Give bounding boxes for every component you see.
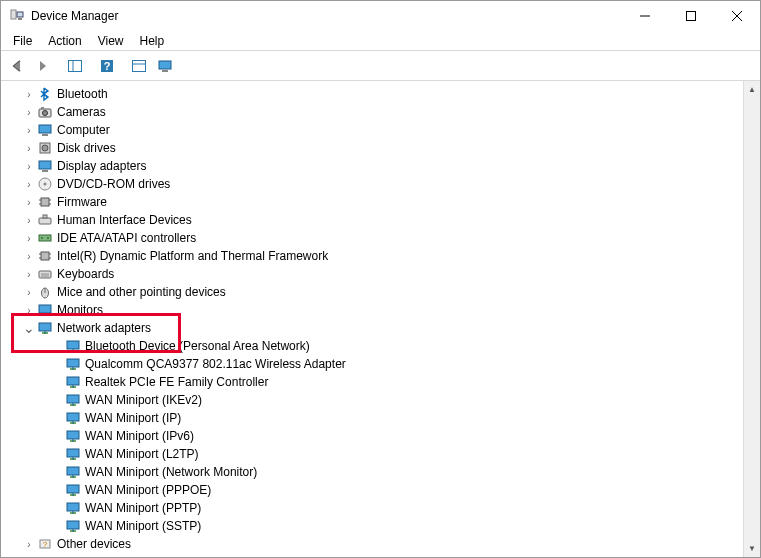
- ide-icon: [37, 230, 53, 246]
- device-label: WAN Miniport (IKEv2): [85, 393, 208, 407]
- tree-device[interactable]: WAN Miniport (PPTP): [1, 499, 743, 517]
- scrollbar-vertical[interactable]: ▲ ▼: [743, 81, 760, 557]
- expander-none: [49, 428, 65, 444]
- tree-category-intel[interactable]: ›Intel(R) Dynamic Platform and Thermal F…: [1, 247, 743, 265]
- back-button[interactable]: [5, 54, 29, 78]
- chevron-right-icon[interactable]: ›: [21, 122, 37, 138]
- chevron-right-icon[interactable]: ›: [21, 158, 37, 174]
- category-label: Monitors: [57, 303, 109, 317]
- chevron-right-icon[interactable]: ›: [21, 248, 37, 264]
- chevron-right-icon[interactable]: ›: [21, 104, 37, 120]
- svg-rect-32: [43, 215, 47, 218]
- scan-hardware-button[interactable]: [127, 54, 151, 78]
- chevron-right-icon[interactable]: ›: [21, 266, 37, 282]
- chevron-right-icon[interactable]: ›: [21, 212, 37, 228]
- category-label: Intel(R) Dynamic Platform and Thermal Fr…: [57, 249, 334, 263]
- tree-device[interactable]: WAN Miniport (IPv6): [1, 427, 743, 445]
- svg-rect-11: [133, 60, 146, 71]
- window-title: Device Manager: [31, 9, 118, 23]
- bluetooth-icon: [37, 86, 53, 102]
- tree-category-hid[interactable]: ›Human Interface Devices: [1, 211, 743, 229]
- tree-device[interactable]: WAN Miniport (L2TP): [1, 445, 743, 463]
- tree-category-computer[interactable]: ›Computer: [1, 121, 743, 139]
- chevron-right-icon[interactable]: ›: [21, 140, 37, 156]
- menu-action[interactable]: Action: [40, 32, 89, 50]
- device-label: Qualcomm QCA9377 802.11ac Wireless Adapt…: [85, 357, 352, 371]
- menu-help[interactable]: Help: [132, 32, 173, 50]
- tree-device[interactable]: WAN Miniport (IP): [1, 409, 743, 427]
- chip-icon: [37, 248, 53, 264]
- monitor-blue-icon: [37, 122, 53, 138]
- expander-none: [49, 518, 65, 534]
- menu-view[interactable]: View: [90, 32, 132, 50]
- show-hide-tree-button[interactable]: [63, 54, 87, 78]
- category-label: Keyboards: [57, 267, 120, 281]
- keyboard-icon: [37, 266, 53, 282]
- toolbar: ?: [1, 51, 760, 81]
- close-button[interactable]: [714, 1, 760, 31]
- network-adapter-icon: [65, 446, 81, 462]
- tree-category-network[interactable]: ⌄Network adapters: [1, 319, 743, 337]
- tree-device[interactable]: WAN Miniport (PPPOE): [1, 481, 743, 499]
- tree-category-ide[interactable]: ›IDE ATA/ATAPI controllers: [1, 229, 743, 247]
- expander-none: [49, 464, 65, 480]
- svg-rect-31: [39, 218, 51, 224]
- svg-rect-47: [42, 314, 48, 316]
- chevron-down-icon[interactable]: ⌄: [21, 320, 37, 336]
- svg-rect-23: [42, 170, 48, 172]
- network-adapter-icon: [65, 374, 81, 390]
- chevron-right-icon[interactable]: ›: [21, 536, 37, 552]
- tree-device[interactable]: WAN Miniport (Network Monitor): [1, 463, 743, 481]
- device-tree[interactable]: ›Bluetooth›Cameras›Computer›Disk drives›…: [1, 81, 743, 557]
- maximize-button[interactable]: [668, 1, 714, 31]
- tree-device[interactable]: Bluetooth Device (Personal Area Network): [1, 337, 743, 355]
- category-label: Firmware: [57, 195, 113, 209]
- chevron-right-icon[interactable]: ›: [21, 176, 37, 192]
- tree-category-keyboards[interactable]: ›Keyboards: [1, 265, 743, 283]
- device-label: WAN Miniport (IP): [85, 411, 187, 425]
- tree-category-bluetooth[interactable]: ›Bluetooth: [1, 85, 743, 103]
- chevron-right-icon[interactable]: ›: [21, 302, 37, 318]
- category-label: Mice and other pointing devices: [57, 285, 232, 299]
- tree-device[interactable]: Realtek PCIe FE Family Controller: [1, 373, 743, 391]
- camera-icon: [37, 104, 53, 120]
- tree-device[interactable]: WAN Miniport (SSTP): [1, 517, 743, 535]
- svg-rect-46: [39, 305, 51, 313]
- tree-category-disk[interactable]: ›Disk drives: [1, 139, 743, 157]
- forward-button[interactable]: [31, 54, 55, 78]
- tree-category-monitors[interactable]: ›Monitors: [1, 301, 743, 319]
- tree-category-other[interactable]: ›?Other devices: [1, 535, 743, 553]
- expander-none: [49, 356, 65, 372]
- tree-category-firmware[interactable]: ›Firmware: [1, 193, 743, 211]
- svg-rect-57: [67, 377, 79, 385]
- scroll-up-icon[interactable]: ▲: [744, 81, 760, 98]
- category-label: Network adapters: [57, 321, 157, 335]
- chevron-right-icon[interactable]: ›: [21, 194, 37, 210]
- mouse-icon: [37, 284, 53, 300]
- minimize-button[interactable]: [622, 1, 668, 31]
- other-icon: ?: [37, 536, 53, 552]
- tree-category-dvd[interactable]: ›DVD/CD-ROM drives: [1, 175, 743, 193]
- device-label: Realtek PCIe FE Family Controller: [85, 375, 274, 389]
- svg-rect-22: [39, 161, 51, 169]
- category-label: Cameras: [57, 105, 112, 119]
- tree-device[interactable]: Qualcomm QCA9377 802.11ac Wireless Adapt…: [1, 355, 743, 373]
- chip-icon: [37, 194, 53, 210]
- tree-category-display[interactable]: ›Display adapters: [1, 157, 743, 175]
- chevron-right-icon[interactable]: ›: [21, 230, 37, 246]
- expander-none: [49, 500, 65, 516]
- app-icon: [9, 8, 25, 24]
- tree-category-mice[interactable]: ›Mice and other pointing devices: [1, 283, 743, 301]
- chevron-right-icon[interactable]: ›: [21, 86, 37, 102]
- menu-file[interactable]: File: [5, 32, 40, 50]
- help-button[interactable]: ?: [95, 54, 119, 78]
- chevron-right-icon[interactable]: ›: [21, 284, 37, 300]
- devices-by-connection-button[interactable]: [153, 54, 177, 78]
- tree-category-cameras[interactable]: ›Cameras: [1, 103, 743, 121]
- svg-rect-33: [39, 235, 51, 241]
- svg-rect-54: [67, 359, 79, 367]
- device-label: WAN Miniport (IPv6): [85, 429, 200, 443]
- tree-device[interactable]: WAN Miniport (IKEv2): [1, 391, 743, 409]
- svg-point-25: [44, 183, 47, 186]
- scroll-down-icon[interactable]: ▼: [744, 540, 760, 557]
